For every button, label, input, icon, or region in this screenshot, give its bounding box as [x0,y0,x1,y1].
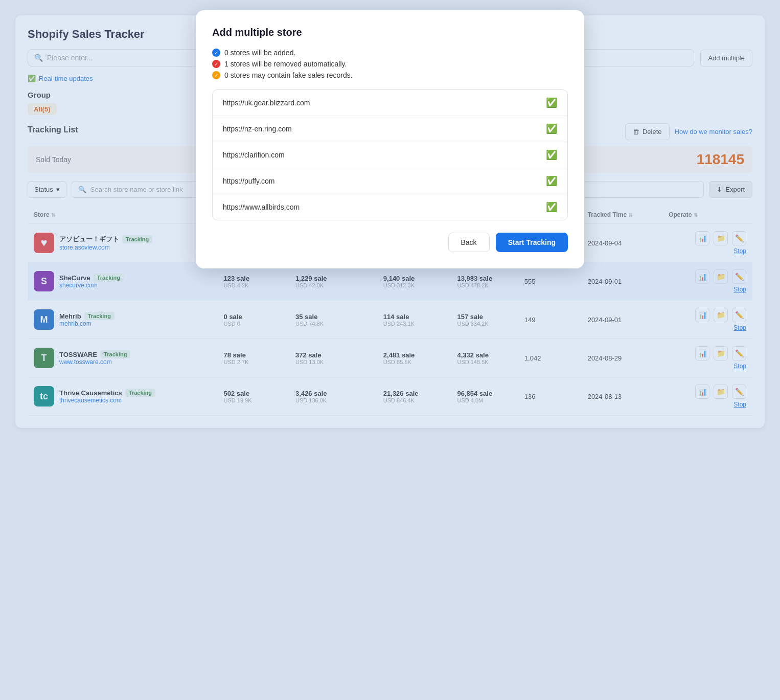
modal-info-item: ✓0 stores will be added. [212,49,568,57]
modal-store-item: https://www.allbirds.com✅ [213,194,567,220]
modal-info-item: ✓0 stores may contain fake sales records… [212,71,568,79]
check-icon: ✅ [546,123,557,134]
modal-store-item: https://uk.gear.blizzard.com✅ [213,90,567,116]
check-icon: ✅ [546,97,557,108]
check-icon: ✅ [546,149,557,161]
modal-info-list: ✓0 stores will be added.✓1 stores will b… [212,49,568,79]
status-dot: ✓ [212,60,220,68]
modal-store-item: https://nz-en.ring.com✅ [213,116,567,142]
back-button[interactable]: Back [448,233,490,252]
start-tracking-button[interactable]: Start Tracking [496,233,568,252]
status-dot: ✓ [212,71,220,79]
modal-store-item: https://puffy.com✅ [213,168,567,194]
modal-overlay: Add multiple store ✓0 stores will be add… [0,0,780,700]
modal-store-item: https://clarifion.com✅ [213,142,567,168]
modal-title: Add multiple store [212,27,568,38]
status-dot: ✓ [212,49,220,57]
modal-store-list: https://uk.gear.blizzard.com✅https://nz-… [212,89,568,220]
modal-info-item: ✓1 stores will be removed automatically. [212,60,568,68]
check-icon: ✅ [546,175,557,187]
check-icon: ✅ [546,201,557,213]
add-multiple-modal: Add multiple store ✓0 stores will be add… [196,10,584,268]
